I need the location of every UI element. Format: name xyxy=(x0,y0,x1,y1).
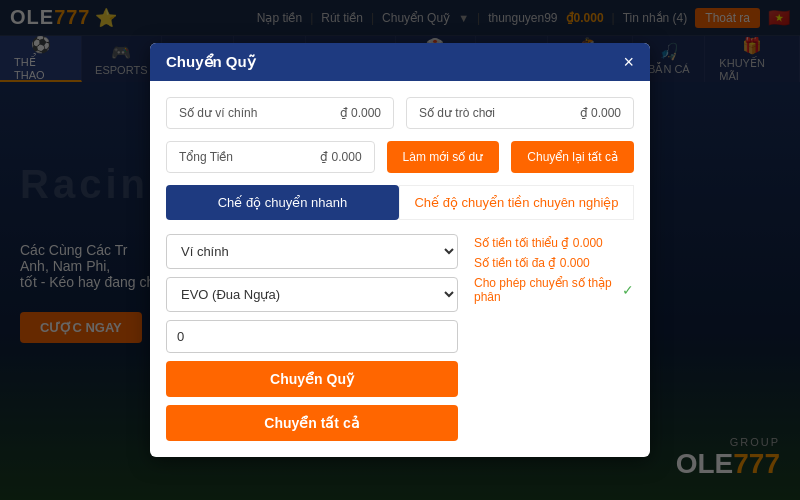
modal-header: Chuyển Quỹ × xyxy=(150,43,650,81)
amount-input[interactable] xyxy=(166,320,458,353)
modal-title: Chuyển Quỹ xyxy=(166,53,256,71)
modal-chuyen-quy: Chuyển Quỹ × Số dư ví chính ₫ 0.000 Số d… xyxy=(150,43,650,457)
form-layout: Ví chính EVO (Đua Ngựa) Chuyển Quỹ Chuyể… xyxy=(166,234,634,441)
so-tien-toi-thieu-value: ₫ 0.000 xyxy=(561,236,602,250)
tong-tien-label: Tổng Tiền xyxy=(179,150,233,164)
so-tien-toi-da-value: ₫ 0.000 xyxy=(548,256,589,270)
balance-row: Số dư ví chính ₫ 0.000 Số dư trò chơi ₫ … xyxy=(166,97,634,129)
so-tien-toi-thieu-text: Số tiền tối thiểu xyxy=(474,236,558,250)
so-du-vi-chinh-value: ₫ 0.000 xyxy=(340,106,381,120)
so-du-tro-choi-value: ₫ 0.000 xyxy=(580,106,621,120)
so-du-vi-chinh-box: Số dư ví chính ₫ 0.000 xyxy=(166,97,394,129)
so-tien-toi-da-label: Số tiền tối đa ₫ 0.000 xyxy=(474,256,634,270)
check-icon: ✓ xyxy=(622,282,634,298)
so-tien-toi-thieu-label: Số tiền tối thiểu ₫ 0.000 xyxy=(474,236,634,250)
tong-tien-box: Tổng Tiền ₫ 0.000 xyxy=(166,141,375,173)
form-right: Số tiền tối thiểu ₫ 0.000 Số tiền tối đa… xyxy=(474,234,634,441)
so-du-tro-choi-label: Số dư trò chơi xyxy=(419,106,495,120)
mode-tabs: Chế độ chuyển nhanh Chế độ chuyển tiền c… xyxy=(166,185,634,220)
chuyen-tat-ca-button[interactable]: Chuyển tất cả xyxy=(166,405,458,441)
tong-tien-value: ₫ 0.000 xyxy=(320,150,361,164)
so-du-tro-choi-box: Số dư trò chơi ₫ 0.000 xyxy=(406,97,634,129)
evo-select[interactable]: EVO (Đua Ngựa) xyxy=(166,277,458,312)
modal-overlay[interactable]: Chuyển Quỹ × Số dư ví chính ₫ 0.000 Số d… xyxy=(0,0,800,500)
so-tien-toi-da-text: Số tiền tối đa xyxy=(474,256,545,270)
tab-chuyen-nghiep[interactable]: Chế độ chuyển tiền chuyên nghiệp xyxy=(399,185,634,220)
chuyen-quy-button[interactable]: Chuyển Quỹ xyxy=(166,361,458,397)
action-row: Tổng Tiền ₫ 0.000 Làm mới số dư Chuyển l… xyxy=(166,141,634,173)
so-du-vi-chinh-label: Số dư ví chính xyxy=(179,106,257,120)
modal-close-button[interactable]: × xyxy=(623,53,634,71)
cho-phep-row: Cho phép chuyển số thập phân ✓ xyxy=(474,276,634,304)
lam-moi-so-du-button[interactable]: Làm mới số dư xyxy=(387,141,500,173)
cho-phep-label: Cho phép chuyển số thập phân xyxy=(474,276,618,304)
vi-chinh-select[interactable]: Ví chính xyxy=(166,234,458,269)
tab-chuyen-nhanh[interactable]: Chế độ chuyển nhanh xyxy=(166,185,399,220)
form-left: Ví chính EVO (Đua Ngựa) Chuyển Quỹ Chuyể… xyxy=(166,234,458,441)
chuyen-lai-tat-ca-button[interactable]: Chuyển lại tất cả xyxy=(511,141,634,173)
modal-body: Số dư ví chính ₫ 0.000 Số dư trò chơi ₫ … xyxy=(150,81,650,457)
